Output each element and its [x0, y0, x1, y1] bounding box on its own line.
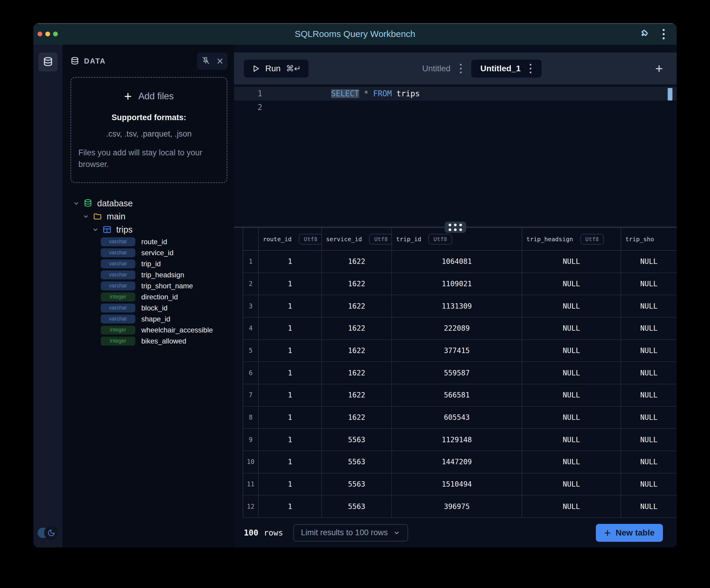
- chevron-down-icon: [92, 226, 99, 233]
- table-row[interactable]: 1116221064081NULLNULL: [243, 251, 677, 273]
- add-files-dropzone[interactable]: + Add files Supported formats: .csv, .ts…: [70, 77, 228, 183]
- table-cell: 1: [259, 429, 322, 450]
- table-row[interactable]: 1215563396975NULLNULL: [243, 496, 677, 518]
- results-table-body: 1116221064081NULLNULL2116221109021NULLNU…: [243, 251, 677, 518]
- window-menu-icon[interactable]: [661, 28, 666, 41]
- tree-node-label: trips: [116, 225, 133, 235]
- tab-untitled-1-active[interactable]: Untitled_1: [471, 60, 541, 77]
- table-row[interactable]: 11155631510494NULLNULL: [243, 473, 677, 496]
- unpin-panel-icon[interactable]: [201, 56, 210, 66]
- chevron-down-icon: [393, 529, 400, 536]
- tree-column-direction_id[interactable]: integerdirection_id: [70, 291, 228, 302]
- table-cell: NULL: [621, 295, 677, 317]
- column-header-name: service_id: [326, 236, 362, 243]
- table-cell: NULL: [522, 429, 621, 450]
- table-row[interactable]: 811622605543NULLNULL: [243, 407, 677, 429]
- table-cell: 222089: [392, 317, 522, 339]
- table-cell: 5563: [322, 451, 392, 473]
- column-name: block_id: [141, 304, 167, 312]
- zoom-window-button[interactable]: [53, 31, 58, 37]
- row-number: 3: [243, 295, 259, 317]
- table-cell: 5563: [322, 496, 392, 517]
- sql-identifier-trips: trips: [397, 89, 420, 98]
- tab-label: Untitled_1: [480, 64, 520, 73]
- table-row[interactable]: 711622566581NULLNULL: [243, 384, 677, 407]
- table-row[interactable]: 3116221131309NULLNULL: [243, 295, 677, 317]
- table-cell: 1: [259, 295, 322, 317]
- local-files-note: Files you add will stay local to your br…: [71, 147, 227, 170]
- tree-node-table-trips[interactable]: trips: [70, 223, 228, 236]
- editor-scrollbar-thumb[interactable]: [668, 88, 672, 100]
- tree-column-trip_short_name[interactable]: varchartrip_short_name: [70, 280, 228, 291]
- tab-untitled[interactable]: Untitled: [422, 64, 451, 73]
- tree-column-trip_headsign[interactable]: varchartrip_headsign: [70, 269, 228, 280]
- window-title: SQLRooms Query Workbench: [33, 29, 677, 39]
- table-cell: NULL: [621, 273, 677, 295]
- new-tab-plus-icon[interactable]: +: [655, 62, 663, 75]
- column-header-service_id[interactable]: service_idUtf8: [322, 228, 392, 250]
- table-row[interactable]: 2116221109021NULLNULL: [243, 273, 677, 296]
- tab-menu-icon[interactable]: [528, 63, 532, 74]
- table-row[interactable]: 611622559587NULLNULL: [243, 362, 677, 384]
- row-count-label: rows: [264, 528, 283, 537]
- limit-results-dropdown[interactable]: Limit results to 100 rows: [293, 524, 408, 541]
- app-window: SQLRooms Query Workbench: [33, 23, 677, 547]
- tree-node-label: database: [97, 198, 133, 208]
- column-type-badge: Utf8: [369, 234, 392, 244]
- tree-column-bikes_allowed[interactable]: integerbikes_allowed: [70, 335, 228, 347]
- database-tree: database main trips varcharroute_id: [70, 197, 228, 347]
- column-header-name: trip_headsign: [526, 236, 573, 243]
- tree-column-route_id[interactable]: varcharroute_id: [70, 236, 228, 247]
- column-header-trip_headsign[interactable]: trip_headsignUtf8: [522, 228, 621, 250]
- dark-mode-toggle[interactable]: [38, 528, 56, 538]
- run-query-button[interactable]: Run ⌘↵: [244, 60, 308, 77]
- drag-handle-icon[interactable]: [445, 221, 466, 233]
- column-header-name: trip_sho: [625, 236, 654, 243]
- editor-toolbar: Run ⌘↵ Untitled Untitled_1 +: [234, 52, 677, 85]
- tree-column-block_id[interactable]: varcharblock_id: [70, 302, 228, 313]
- table-cell: 1: [259, 362, 322, 384]
- limit-label: Limit results to 100 rows: [301, 528, 388, 537]
- tree-column-trip_id[interactable]: varchartrip_id: [70, 258, 228, 269]
- column-header-name: route_id: [263, 236, 291, 243]
- close-panel-icon[interactable]: ×: [217, 55, 223, 67]
- table-cell: 1510494: [392, 473, 522, 495]
- table-cell: 605543: [392, 407, 522, 428]
- minimize-window-button[interactable]: [45, 31, 50, 37]
- tree-node-schema-main[interactable]: main: [70, 210, 228, 223]
- table-cell: 1131309: [392, 295, 522, 317]
- column-name: trip_id: [141, 260, 161, 268]
- column-type-badge: Utf8: [580, 234, 604, 244]
- sql-keyword-from: FROM: [373, 89, 397, 98]
- table-row[interactable]: 9155631129148NULLNULL: [243, 429, 677, 451]
- tree-column-wheelchair_accessible[interactable]: integerwheelchair_accessible: [70, 324, 228, 335]
- extension-puzzle-icon[interactable]: [639, 28, 649, 40]
- column-name: bikes_allowed: [141, 337, 186, 345]
- table-cell: 1622: [322, 340, 392, 362]
- column-type-badge: varchar: [101, 237, 135, 246]
- tree-node-database[interactable]: database: [70, 197, 228, 210]
- folder-icon: [93, 212, 102, 221]
- column-header-route_id[interactable]: route_idUtf8: [259, 228, 322, 250]
- data-panel-rail-button[interactable]: [39, 52, 57, 72]
- close-window-button[interactable]: [38, 31, 42, 37]
- table-row[interactable]: 10155631447209NULLNULL: [243, 451, 677, 473]
- column-header-trip_sho[interactable]: trip_sho: [621, 228, 677, 250]
- table-icon: [102, 225, 112, 234]
- row-number: 10: [243, 451, 259, 473]
- column-type-badge: varchar: [101, 249, 135, 257]
- tab-menu-icon[interactable]: [459, 63, 463, 74]
- table-cell: 1: [259, 251, 322, 273]
- panel-resize-divider[interactable]: [234, 227, 677, 228]
- column-name: direction_id: [141, 293, 178, 301]
- plus-icon: +: [604, 527, 611, 539]
- tree-column-shape_id[interactable]: varcharshape_id: [70, 313, 228, 324]
- moon-icon: [47, 529, 55, 537]
- tree-column-service_id[interactable]: varcharservice_id: [70, 247, 228, 258]
- sql-editor[interactable]: 1 SELECT * FROM trips 2: [234, 85, 677, 227]
- new-table-button[interactable]: + New table: [596, 524, 663, 542]
- table-row[interactable]: 411622222089NULLNULL: [243, 317, 677, 340]
- chevron-down-icon: [73, 200, 80, 207]
- table-row[interactable]: 511622377415NULLNULL: [243, 340, 677, 362]
- editor-line-1[interactable]: 1 SELECT * FROM trips: [234, 87, 677, 100]
